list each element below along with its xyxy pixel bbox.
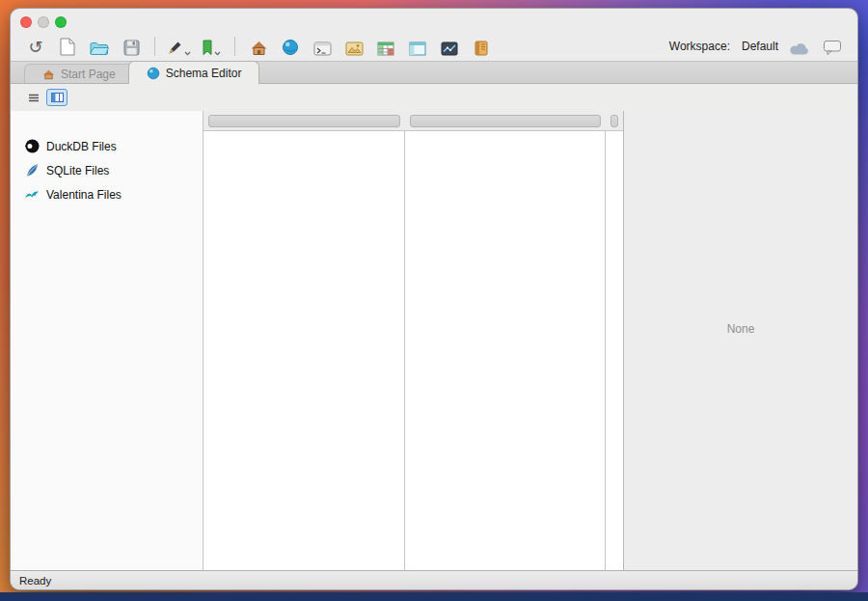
tab-bar: Start Page Schema Editor xyxy=(11,61,857,84)
table-button[interactable] xyxy=(374,35,397,58)
list-view-icon xyxy=(28,94,40,102)
undo-icon: ↺ xyxy=(28,39,42,56)
sidebar-item-label: DuckDB Files xyxy=(46,140,117,153)
view-toolbar xyxy=(11,84,857,111)
toolbar-separator xyxy=(234,37,235,56)
browser-column-body xyxy=(203,130,405,570)
magic-wand-button[interactable] xyxy=(167,35,191,58)
browser-column-body xyxy=(405,130,606,570)
table-icon xyxy=(377,41,394,56)
columns-view-icon xyxy=(51,93,64,102)
home-icon xyxy=(250,40,268,56)
workspace-value[interactable]: Default xyxy=(742,40,778,53)
tab-label: Schema Editor xyxy=(166,67,242,80)
status-bar: Ready xyxy=(11,570,857,589)
app-window: ↺ xyxy=(10,8,858,590)
tab-start-page[interactable]: Start Page xyxy=(24,64,134,83)
cloud-icon xyxy=(788,41,811,56)
form-icon xyxy=(409,41,426,56)
browser-column-header[interactable] xyxy=(410,115,601,127)
browser-column-header[interactable] xyxy=(610,115,618,127)
source-sidebar: DuckDB Files SQLite Files Valentina File… xyxy=(11,111,203,570)
schema-editor-icon xyxy=(147,67,160,80)
browser-column-1 xyxy=(203,111,405,570)
comment-button[interactable] xyxy=(821,35,844,58)
inspector-panel: None xyxy=(623,111,857,570)
workspace-label: Workspace: xyxy=(669,40,730,53)
save-icon xyxy=(123,40,140,56)
close-button[interactable] xyxy=(20,16,32,28)
home-icon xyxy=(42,68,55,80)
tab-schema-editor[interactable]: Schema Editor xyxy=(128,61,260,84)
inspector-placeholder: None xyxy=(727,322,755,336)
column-browser xyxy=(203,111,623,570)
form-button[interactable] xyxy=(406,35,429,58)
browser-column-body xyxy=(606,130,623,570)
main-toolbar: ↺ xyxy=(11,32,857,61)
duckdb-icon xyxy=(24,139,40,153)
comment-icon xyxy=(823,40,842,56)
browser-column-3 xyxy=(606,111,623,570)
new-document-icon xyxy=(60,38,75,56)
browser-column-2 xyxy=(405,111,606,570)
minimize-button[interactable] xyxy=(38,16,49,28)
schema-editor-button[interactable] xyxy=(279,35,302,58)
new-document-button[interactable] xyxy=(56,35,79,58)
bookmark-icon xyxy=(202,40,213,56)
list-view-button[interactable] xyxy=(23,89,44,106)
open-button[interactable] xyxy=(88,35,111,58)
traffic-lights xyxy=(20,16,67,28)
gallery-icon xyxy=(345,41,364,56)
cloud-button[interactable] xyxy=(788,35,811,58)
undo-button[interactable]: ↺ xyxy=(24,35,47,58)
gallery-button[interactable] xyxy=(342,35,366,58)
bookmark-button[interactable] xyxy=(200,35,223,58)
open-folder-icon xyxy=(90,41,109,56)
zoom-button[interactable] xyxy=(55,16,67,28)
sidebar-item-label: Valentina Files xyxy=(46,188,122,202)
titlebar[interactable] xyxy=(11,9,857,32)
column-view-button[interactable] xyxy=(470,35,493,58)
report-button[interactable] xyxy=(438,35,461,58)
sidebar-item-label: SQLite Files xyxy=(46,164,109,178)
sidebar-item-valentina-files[interactable]: Valentina Files xyxy=(11,182,203,206)
view-mode-segment xyxy=(23,89,68,106)
status-text: Ready xyxy=(19,575,51,587)
schema-editor-icon xyxy=(282,39,299,56)
sidebar-item-duckdb-files[interactable]: DuckDB Files xyxy=(11,134,203,158)
sidebar-item-sqlite-files[interactable]: SQLite Files xyxy=(11,158,203,182)
tab-label: Start Page xyxy=(61,68,116,81)
valentina-icon xyxy=(24,189,40,201)
sqlite-icon xyxy=(24,163,40,178)
sql-terminal-icon xyxy=(313,41,332,56)
save-button[interactable] xyxy=(120,35,143,58)
sql-terminal-button[interactable] xyxy=(311,35,334,58)
columns-view-button[interactable] xyxy=(46,89,68,106)
browser-column-header[interactable] xyxy=(208,115,400,127)
toolbar-separator xyxy=(154,37,155,56)
column-view-icon xyxy=(475,41,488,56)
magic-wand-icon xyxy=(167,40,183,56)
report-icon xyxy=(441,41,458,56)
main-content: DuckDB Files SQLite Files Valentina File… xyxy=(11,111,857,570)
chevron-down-icon xyxy=(184,51,191,56)
chevron-down-icon xyxy=(214,51,221,56)
home-button[interactable] xyxy=(247,35,270,58)
